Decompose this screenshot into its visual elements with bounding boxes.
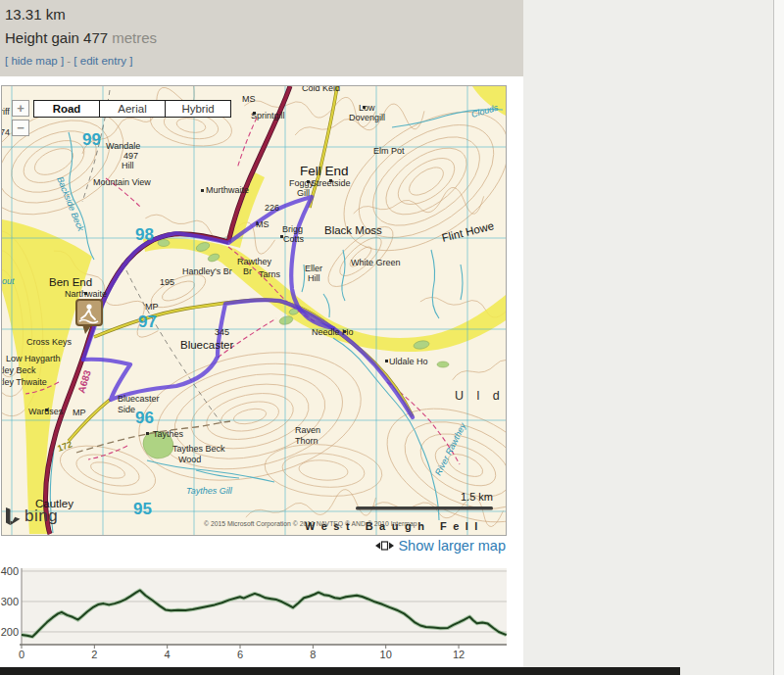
zoom-in-button[interactable]: + — [12, 100, 29, 117]
bing-brand-label: bing — [24, 506, 58, 526]
hide-map-link[interactable]: [ hide map ] — [5, 55, 64, 67]
map-label: 497 — [123, 151, 138, 161]
svg-text:12: 12 — [453, 649, 465, 660]
map-label: Cotts — [283, 234, 305, 244]
elevation-profile-chart: 024681012200300400 — [0, 564, 510, 662]
map-label: Tarns — [259, 269, 281, 279]
map-label: Taythes — [153, 429, 184, 439]
map-label: MS — [242, 94, 256, 104]
map-label: tley Beck — [2, 365, 36, 375]
map-label: Needle Ho — [312, 327, 354, 337]
map-type-hybrid-button[interactable]: Hybrid — [165, 100, 231, 118]
map-label: MP — [145, 302, 159, 312]
map-label: riff — [2, 107, 10, 117]
map-label: West Baugh Fell — [305, 520, 484, 532]
map-label: White Green — [351, 258, 401, 267]
svg-text:10: 10 — [380, 649, 392, 660]
zoom-out-button[interactable]: − — [12, 120, 29, 136]
header-links: [ hide map ] - [ edit entry ] — [5, 55, 523, 67]
map-label: Streetside — [311, 178, 351, 188]
map-label: Eller — [305, 264, 322, 273]
page-background-panel — [523, 0, 784, 675]
height-gain-value: 477 — [83, 29, 108, 46]
show-larger-map-link[interactable]: Show larger map — [398, 538, 506, 554]
map-label: Ben End — [49, 276, 92, 288]
page: 13.31 km Height gain 477 metres [ hide m… — [0, 0, 784, 675]
map-label: Dovengill — [349, 113, 385, 122]
map-label: Murthwaite — [206, 185, 249, 195]
map-container[interactable]: 1.5 km © 2015 Microsoft Corporation © 20… — [1, 85, 507, 536]
route-distance: 13.31 km — [5, 6, 523, 23]
map-label: Fell End — [300, 164, 349, 178]
map-label: 96 — [135, 409, 154, 427]
map-label: Cold Keld — [302, 86, 340, 93]
map-canvas[interactable]: 1.5 km © 2015 Microsoft Corporation © 20… — [2, 86, 506, 535]
section-divider-bar — [0, 667, 680, 675]
map-label: Hill — [122, 161, 134, 170]
map-label: U l d a — [455, 389, 506, 403]
map-label: Handley's Br — [182, 266, 232, 276]
map-type-aerial-button[interactable]: Aerial — [99, 100, 166, 118]
bing-logo[interactable]: bing — [6, 506, 58, 526]
edit-entry-link[interactable]: [ edit entry ] — [74, 55, 132, 67]
map-label: Low Haygarth — [6, 354, 61, 363]
svg-text:0: 0 — [19, 649, 24, 660]
map-label: 226 — [265, 203, 279, 213]
map-label: Brigg — [282, 224, 303, 234]
svg-text:300: 300 — [1, 596, 19, 607]
map-label: 195 — [160, 277, 174, 287]
height-gain-label: Height gain — [5, 29, 79, 46]
map-label: Hill — [308, 273, 320, 283]
show-larger-map-row: Show larger map — [1, 538, 506, 555]
map-label: Elm Pot — [373, 146, 405, 156]
map-label: Br — [243, 266, 252, 276]
resize-icon — [375, 539, 394, 555]
content-edge — [773, 0, 784, 675]
bing-icon — [6, 507, 22, 526]
map-label: Narthwaite — [65, 289, 107, 299]
map-label: MP — [73, 408, 86, 417]
map-label: Wood — [178, 455, 201, 464]
map-label: Uldale Ho — [389, 357, 428, 366]
svg-text:8: 8 — [310, 649, 316, 660]
map-label: Wandale — [106, 141, 140, 151]
height-gain-unit: metres — [112, 29, 157, 46]
link-separator: - — [67, 55, 71, 67]
map-label: 95 — [133, 500, 152, 518]
map-label: Low — [359, 103, 375, 113]
map-label: Bluecaster — [118, 394, 160, 404]
map-label: 98 — [135, 225, 154, 244]
map-label: 97 — [138, 313, 157, 331]
map-label: Taythes Gill — [186, 486, 233, 496]
map-label: Cross Keys — [26, 337, 73, 347]
map-label: Black Moss — [324, 224, 382, 236]
map-label: out — [2, 276, 15, 286]
route-summary-header: 13.31 km Height gain 477 metres [ hide m… — [0, 0, 523, 76]
svg-text:6: 6 — [237, 649, 243, 660]
map-label: 99 — [82, 130, 101, 149]
map-label: MS — [256, 219, 270, 229]
map-label: Gill — [297, 188, 310, 198]
map-label: 345 — [215, 327, 229, 337]
map-label: Wardses — [28, 407, 64, 416]
svg-text:4: 4 — [165, 649, 171, 660]
map-label: Side — [118, 405, 135, 414]
map-type-road-button[interactable]: Road — [33, 100, 100, 118]
map-scale-label: 1.5 km — [461, 491, 493, 503]
map-label: Taythes Beck — [172, 444, 225, 454]
map-label: Rawthey — [237, 257, 272, 266]
map-label: Raven — [295, 425, 320, 435]
svg-text:2: 2 — [91, 649, 97, 660]
map-label: Thorn — [295, 436, 318, 446]
map-type-switcher: Road Aerial Hybrid — [34, 100, 231, 118]
map-zoom-controls: + − — [12, 100, 29, 139]
route-height-gain: Height gain 477 metres — [5, 29, 523, 46]
svg-text:400: 400 — [1, 565, 19, 577]
map-label: Bluecaster — [180, 339, 234, 351]
map-label: tley Thwaite — [2, 377, 47, 387]
svg-text:200: 200 — [1, 626, 19, 638]
map-label: Mountain View — [93, 177, 151, 187]
map-label: Sprintgill — [251, 111, 285, 121]
map-label: 74 — [2, 127, 10, 137]
